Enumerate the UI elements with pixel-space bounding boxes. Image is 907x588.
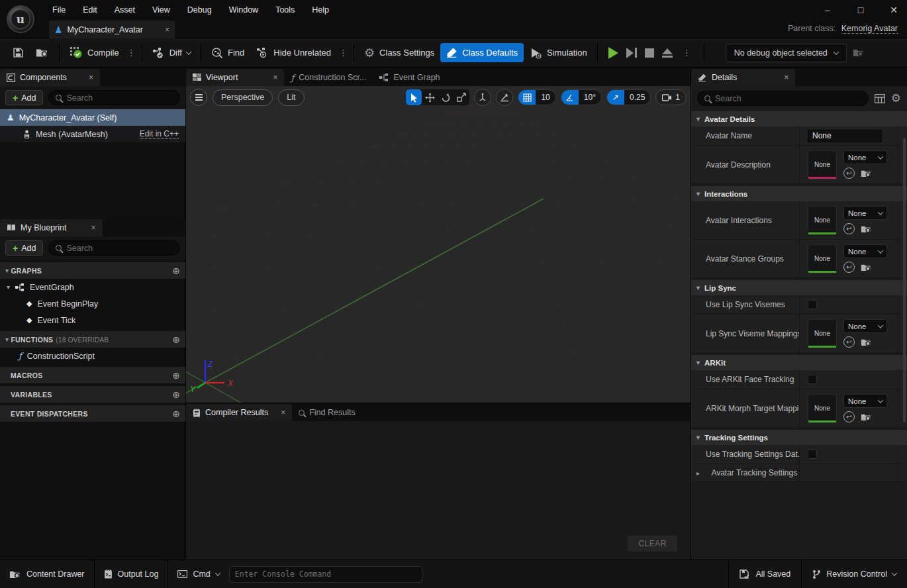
use-selected-asset-icon[interactable]: ↩ — [843, 411, 855, 422]
avatar-name-input[interactable] — [808, 130, 882, 142]
content-drawer-button[interactable]: Content Drawer — [0, 560, 95, 588]
edit-in-cpp-link[interactable]: Edit in C++ — [140, 129, 179, 139]
rotation-snap-control[interactable]: 10° — [561, 89, 602, 105]
select-tool-button[interactable] — [406, 89, 422, 105]
perspective-dropdown[interactable]: Perspective — [213, 89, 273, 106]
section-event-dispatchers[interactable]: EVENT DISPATCHERS ⊕ — [0, 405, 185, 422]
add-dispatcher-icon[interactable]: ⊕ — [172, 409, 180, 419]
use-tracking-settings-data-checkbox[interactable] — [808, 450, 817, 459]
diff-button[interactable]: Diff — [146, 43, 197, 63]
use-selected-asset-icon[interactable]: ↩ — [843, 168, 855, 179]
menu-view[interactable]: View — [145, 3, 177, 17]
asset-dropdown[interactable]: None — [843, 394, 887, 408]
console-command-input[interactable] — [229, 566, 422, 583]
close-icon[interactable]: × — [273, 73, 277, 82]
all-saved-status[interactable]: All Saved — [728, 560, 801, 588]
row-avatar-tracking-settings[interactable]: ▸ Avatar Tracking Settings — [691, 464, 907, 482]
menu-file[interactable]: File — [45, 3, 73, 17]
tab-components[interactable]: Components × — [0, 69, 100, 86]
construction-script-item[interactable]: ƒ ConstructionScript — [0, 348, 185, 364]
component-mesh-row[interactable]: Mesh (AvatarMesh) Edit in C++ — [0, 126, 185, 142]
use-selected-asset-icon[interactable]: ↩ — [843, 336, 855, 348]
menu-asset[interactable]: Asset — [107, 3, 142, 17]
compile-options-kebab[interactable]: ⋮ — [125, 48, 138, 58]
find-button[interactable]: Find — [205, 43, 250, 63]
compile-button[interactable]: Compile — [64, 42, 125, 63]
play-options-kebab[interactable]: ⋮ — [681, 48, 693, 58]
section-arkit[interactable]: ▾ ARKit — [691, 355, 907, 370]
debug-object-dropdown[interactable]: No debug object selected — [726, 44, 847, 62]
asset-dropdown[interactable]: None — [843, 319, 887, 333]
browse-asset-icon[interactable] — [861, 413, 872, 422]
close-icon[interactable]: × — [784, 73, 788, 82]
stop-button[interactable] — [645, 48, 654, 58]
details-search-input[interactable] — [715, 94, 861, 103]
close-button[interactable]: ✕ — [886, 5, 902, 15]
details-settings-gear-icon[interactable]: ⚙ — [891, 93, 901, 104]
section-avatar-details[interactable]: ▾ Avatar Details — [691, 111, 907, 126]
component-self-row[interactable]: ♟ MyCharacter_Avatar (Self) — [0, 109, 185, 126]
close-icon[interactable]: × — [89, 73, 93, 82]
section-lip-sync[interactable]: ▾ Lip Sync — [691, 280, 907, 295]
hide-unrelated-button[interactable]: Hide Unrelated — [250, 43, 337, 63]
asset-dropdown[interactable]: None — [843, 206, 887, 220]
add-function-icon[interactable]: ⊕ — [172, 334, 180, 345]
tab-my-blueprint[interactable]: My Blueprint × — [0, 219, 103, 236]
asset-thumbnail[interactable]: None — [808, 206, 837, 235]
output-log-button[interactable]: Output Log — [95, 560, 169, 588]
asset-thumbnail[interactable]: None — [808, 394, 837, 423]
viewport-options-button[interactable] — [190, 89, 207, 106]
collapse-arrow-icon[interactable]: ▾ — [696, 190, 700, 197]
display-filter-icon[interactable] — [875, 94, 885, 103]
asset-thumbnail[interactable]: None — [808, 244, 837, 273]
event-beginplay-item[interactable]: ◆ Event BeginPlay — [0, 295, 185, 312]
components-search-input[interactable] — [66, 93, 173, 103]
close-icon[interactable]: × — [91, 223, 95, 232]
components-search[interactable] — [48, 90, 180, 105]
collapse-arrow-icon[interactable]: ▾ — [5, 267, 9, 274]
maximize-button[interactable]: □ — [853, 5, 869, 15]
play-button[interactable] — [608, 47, 618, 59]
frame-skip-button[interactable] — [626, 48, 637, 58]
asset-dropdown[interactable]: None — [843, 150, 887, 164]
add-graph-icon[interactable]: ⊕ — [172, 266, 180, 276]
clear-button[interactable]: CLEAR — [628, 536, 677, 552]
grid-snap-control[interactable]: 10 — [518, 89, 555, 105]
section-variables[interactable]: VARIABLES ⊕ — [0, 386, 185, 403]
asset-tab-mycharacter-avatar[interactable]: ♟ MyCharacter_Avatar × — [49, 21, 175, 38]
menu-tools[interactable]: Tools — [268, 3, 302, 17]
collapse-arrow-icon[interactable]: ▾ — [7, 283, 10, 291]
event-tick-item[interactable]: ◆ Event Tick — [0, 312, 185, 328]
revision-control-dropdown[interactable]: Revision Control — [801, 560, 907, 588]
hide-unrelated-kebab[interactable]: ⋮ — [337, 48, 350, 58]
add-variable-icon[interactable]: ⊕ — [172, 389, 180, 400]
parent-class-link[interactable]: Kemorig Avatar — [841, 24, 898, 34]
minimize-button[interactable]: – — [820, 5, 835, 15]
collapse-arrow-icon[interactable]: ▾ — [696, 359, 700, 366]
tab-find-results[interactable]: Find Results — [292, 404, 361, 421]
move-tool-button[interactable] — [422, 89, 438, 105]
components-add-button[interactable]: + Add — [5, 90, 43, 105]
browse-debug-button[interactable] — [847, 44, 871, 62]
scale-tool-button[interactable] — [453, 89, 469, 105]
scale-snap-control[interactable]: ↗ 0.25 — [606, 89, 651, 105]
browse-asset-button[interactable] — [30, 43, 55, 62]
section-tracking-settings[interactable]: ▾ Tracking Settings — [691, 430, 907, 445]
asset-dropdown[interactable]: None — [843, 244, 887, 258]
close-icon[interactable]: × — [165, 25, 169, 34]
tab-details[interactable]: Details × — [691, 69, 795, 86]
my-blueprint-search[interactable] — [48, 240, 180, 256]
class-settings-button[interactable]: ⚙ Class Settings — [358, 43, 440, 63]
menu-window[interactable]: Window — [222, 3, 265, 17]
expand-arrow-icon[interactable]: ▸ — [696, 469, 700, 477]
menu-help[interactable]: Help — [305, 3, 336, 17]
surface-snapping-button[interactable] — [496, 89, 513, 106]
tab-event-graph[interactable]: Event Graph — [373, 69, 446, 86]
world-local-gizmo-button[interactable] — [474, 89, 491, 106]
collapse-arrow-icon[interactable]: ▾ — [696, 284, 700, 291]
collapse-arrow-icon[interactable]: ▾ — [696, 434, 700, 441]
cmd-dropdown[interactable]: Cmd — [168, 560, 228, 588]
tab-viewport[interactable]: Viewport × — [186, 69, 284, 86]
menu-debug[interactable]: Debug — [180, 3, 219, 17]
close-icon[interactable]: × — [281, 408, 285, 417]
